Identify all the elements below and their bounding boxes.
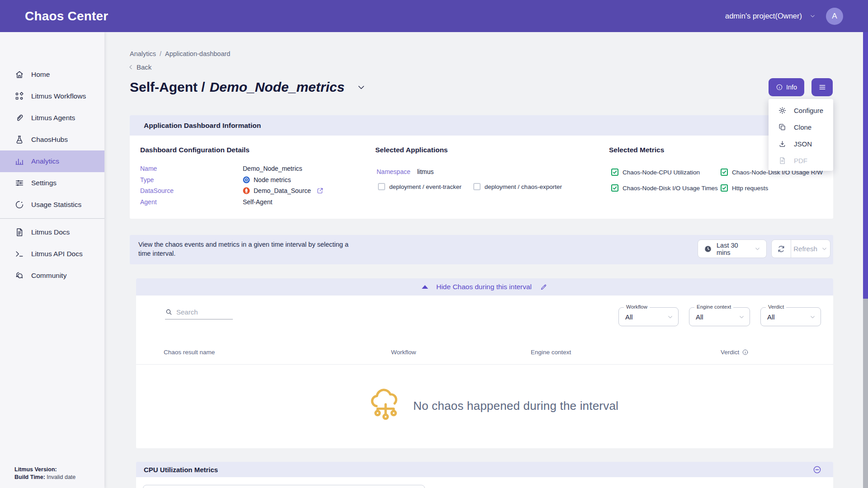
clock-icon: [704, 245, 712, 253]
checkbox-disk-io-rw[interactable]: [721, 169, 728, 176]
back-label: Back: [137, 63, 151, 71]
hide-chaos-label: Hide Chaos during this interval: [436, 283, 532, 291]
download-icon: [778, 140, 787, 148]
sidebar-item-home[interactable]: Home: [0, 64, 104, 85]
sidebar-item-label: Community: [31, 272, 66, 280]
hamburger-icon: [818, 83, 827, 92]
chevron-down-icon[interactable]: [809, 13, 816, 19]
refresh-interval-dropdown[interactable]: Refresh: [791, 239, 830, 258]
home-icon: [14, 70, 24, 80]
selected-applications-title: Selected Applications: [375, 146, 448, 154]
config-value: Self-Agent: [243, 198, 272, 206]
config-label: Type: [140, 176, 243, 183]
menu-item-configure[interactable]: Configure: [769, 102, 833, 119]
breadcrumb-application-dashboard[interactable]: Application-dashboard: [165, 50, 230, 57]
checkbox-label: Chaos-Node-CPU Utilization: [623, 169, 700, 176]
verdict-filter[interactable]: Verdict All: [760, 307, 821, 326]
sidebar-item-litmus-workflows[interactable]: Litmus Workflows: [0, 85, 104, 107]
chevron-down-icon: [821, 245, 828, 252]
breadcrumb-analytics[interactable]: Analytics: [130, 50, 156, 57]
external-link-icon[interactable]: [316, 187, 324, 194]
info-circle-icon[interactable]: [742, 349, 749, 356]
menu-item-label: PDF: [794, 157, 807, 164]
search-icon: [165, 308, 173, 316]
menu-item-label: Configure: [794, 107, 823, 114]
chevron-down-icon: [754, 245, 761, 252]
menu-item-label: Clone: [794, 123, 811, 131]
configuration-details-title: Dashboard Configuration Details: [140, 146, 250, 154]
refresh-now-button[interactable]: [771, 239, 791, 258]
sidebar-item-label: Settings: [31, 179, 57, 187]
build-time-label: Build Time:: [14, 474, 45, 480]
config-row-name: Name Demo_Node_metrics: [140, 163, 324, 174]
back-button[interactable]: Back: [127, 63, 151, 71]
application-checkboxes: deployment / event-tracker deployment / …: [378, 183, 562, 190]
scrollbar-thumb[interactable]: [863, 32, 868, 299]
app-checkbox-group: deployment / chaos-exporter: [473, 183, 562, 190]
build-time-value: Invalid date: [47, 474, 75, 480]
menu-item-label: JSON: [794, 140, 812, 148]
sidebar-item-community[interactable]: Community: [0, 265, 104, 286]
checkbox-cpu-utilization[interactable]: [611, 169, 618, 176]
avatar[interactable]: A: [826, 8, 843, 25]
info-button[interactable]: Info: [769, 78, 804, 96]
title-agent-name: Self-Agent /: [130, 80, 205, 95]
config-value: Demo_Data_Source: [254, 187, 311, 194]
analytics-icon: [14, 156, 24, 166]
options-menu-button[interactable]: [811, 78, 833, 96]
hide-chaos-toggle[interactable]: Hide Chaos during this interval: [136, 278, 833, 296]
checkbox-disk-io-times[interactable]: [611, 184, 618, 192]
time-interval-bar: View the chaos events and metrics in a g…: [130, 235, 833, 264]
brand-title: Chaos Center: [25, 9, 108, 23]
sidebar-item-litmus-docs[interactable]: Litmus Docs: [0, 221, 104, 243]
metric-checkbox-group: Chaos-Node-CPU Utilization: [611, 169, 721, 176]
sidebar-item-litmus-agents[interactable]: Litmus Agents: [0, 107, 104, 129]
sidebar-item-usage-statistics[interactable]: Usage Statistics: [0, 194, 104, 216]
project-selector[interactable]: admin's project(Owner): [725, 12, 802, 20]
sliders-icon: [14, 178, 24, 188]
filter-value: All: [767, 313, 809, 321]
top-header: Chaos Center admin's project(Owner) A: [0, 0, 868, 32]
menu-item-json[interactable]: JSON: [769, 136, 833, 152]
empty-state: No chaos happened during the interval: [368, 387, 618, 425]
config-label: Agent: [140, 198, 243, 206]
page-title: Self-Agent / Demo_Node_metrics: [130, 78, 366, 97]
app-checkbox-group: deployment / event-tracker: [378, 183, 462, 190]
selected-metrics-title: Selected Metrics: [609, 146, 664, 154]
sidebar-item-label: Litmus Docs: [31, 228, 70, 236]
menu-item-pdf: PDF: [769, 152, 833, 169]
sidebar-item-chaoshubs[interactable]: ChaosHubs: [0, 129, 104, 150]
sidebar-item-label: Usage Statistics: [31, 201, 81, 209]
checkbox-http-requests[interactable]: [721, 184, 728, 192]
copy-icon: [778, 123, 787, 131]
sidebar-item-label: Analytics: [31, 157, 59, 165]
config-label: DataSource: [140, 187, 243, 194]
flask-icon: [14, 135, 24, 145]
collapse-minus-icon[interactable]: [813, 465, 821, 474]
sidebar-item-litmus-api-docs[interactable]: Litmus API Docs: [0, 243, 104, 265]
refresh-label: Refresh: [793, 245, 817, 253]
edit-pencil-icon[interactable]: [540, 283, 547, 291]
sidebar-item-settings[interactable]: Settings: [0, 172, 104, 194]
workflow-filter[interactable]: Workflow All: [618, 307, 679, 326]
dashboard-switcher-chevron-icon[interactable]: [356, 82, 366, 92]
checkbox-event-tracker[interactable]: [378, 183, 385, 190]
time-range-button[interactable]: Last 30 mins: [698, 239, 767, 258]
metrics-checkboxes: Chaos-Node-CPU Utilization Chaos-Node-Di…: [611, 169, 823, 192]
checkbox-chaos-exporter[interactable]: [473, 183, 481, 190]
chevron-down-icon: [738, 314, 745, 320]
metric-checkbox-group: Chaos-Node-Disk I/O Usage Times: [611, 184, 721, 192]
menu-item-clone[interactable]: Clone: [769, 119, 833, 136]
chaos-center-app: Chaos Center admin's project(Owner) A Ho…: [0, 0, 868, 488]
engine-context-filter[interactable]: Engine context All: [689, 307, 750, 326]
config-value: Demo_Node_metrics: [243, 165, 302, 172]
version-label: Litmus Version:: [14, 466, 57, 473]
chevron-left-icon: [127, 64, 134, 70]
sidebar-item-analytics[interactable]: Analytics: [0, 150, 104, 172]
search-input[interactable]: [176, 308, 226, 316]
table-header-engine-context: Engine context: [531, 349, 571, 356]
config-row-type: Type Node metrics: [140, 174, 324, 186]
configuration-details: Name Demo_Node_metrics Type Node metrics…: [140, 163, 324, 207]
gear-icon: [778, 106, 787, 115]
chaos-interval-card: Hide Chaos during this interval Workflow…: [136, 278, 833, 448]
